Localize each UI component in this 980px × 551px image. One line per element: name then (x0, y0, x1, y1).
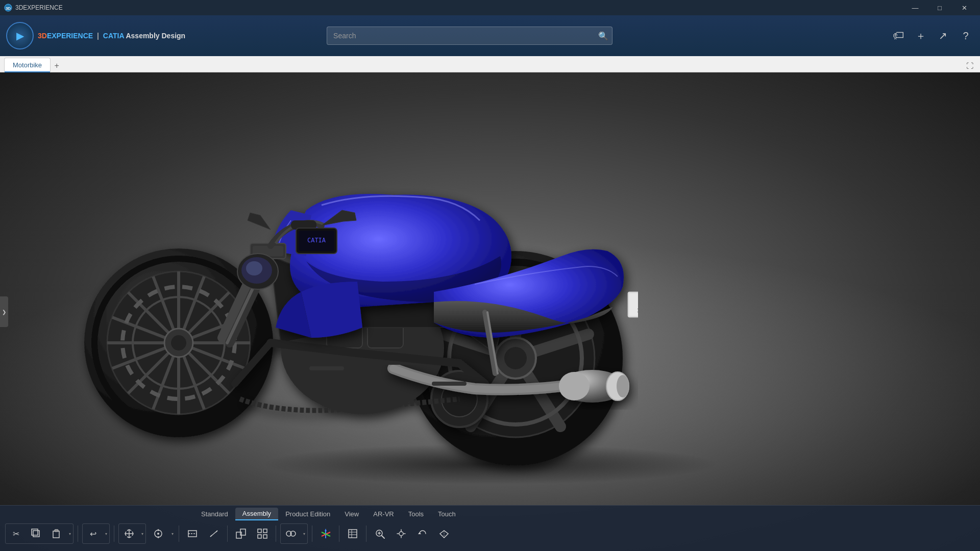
title-bar-left: 3D 3DEXPERIENCE (4, 4, 63, 12)
svg-point-63 (157, 533, 159, 535)
svg-text:3D: 3D (6, 6, 11, 11)
add-button[interactable]: ＋ (913, 28, 929, 44)
separator-1 (78, 525, 78, 542)
tab-tools[interactable]: Tools (401, 508, 431, 520)
3d-viewport[interactable]: CATIA CATIA 3DX-001 ❯ (0, 72, 980, 551)
rotate-button[interactable] (412, 524, 433, 543)
tab-view[interactable]: View (337, 508, 366, 520)
brand-catia: CATIA (103, 32, 124, 40)
help-button[interactable]: ? (958, 28, 974, 44)
compass-logo[interactable] (6, 22, 34, 49)
svg-point-48 (246, 261, 262, 276)
constraint-button[interactable] (281, 524, 301, 543)
constraint-dropdown[interactable]: ▾ (301, 524, 307, 543)
undo-button[interactable]: ↩ (83, 524, 103, 543)
undo-dropdown[interactable]: ▾ (103, 524, 109, 543)
tab-standard[interactable]: Standard (194, 508, 235, 520)
svg-text:3DX-001: 3DX-001 (637, 309, 638, 313)
svg-rect-58 (33, 531, 39, 537)
tab-product-edition[interactable]: Product Edition (278, 508, 337, 520)
bom-button[interactable] (342, 524, 363, 543)
paste-button[interactable] (46, 524, 67, 543)
tab-label: Motorbike (13, 61, 42, 69)
brand-separator: | (97, 32, 101, 40)
tab-ar-vr[interactable]: AR-VR (366, 508, 401, 520)
motorcycle-model: CATIA CATIA 3DX-001 (77, 98, 638, 481)
title-bar-text: 3DEXPERIENCE (15, 4, 63, 11)
snap-button[interactable] (148, 524, 168, 543)
component-button[interactable] (231, 524, 251, 543)
move-group: ▾ (118, 523, 146, 544)
toolbar-tabs: Standard Assembly Product Edition View A… (0, 506, 980, 520)
main-viewport: CATIA CATIA 3DX-001 ❯ Standard (0, 72, 980, 551)
brand-experience: EXPERIENCE (47, 32, 93, 40)
svg-rect-73 (263, 535, 267, 538)
copy-button[interactable] (26, 524, 46, 543)
fullscreen-button[interactable]: ⛶ (964, 60, 976, 72)
pattern-button[interactable] (252, 524, 273, 543)
svg-marker-89 (418, 532, 421, 534)
svg-rect-71 (263, 529, 267, 533)
toolbar-icons: ✂ ▾ ↩ ▾ ▾ (0, 520, 980, 547)
minimize-button[interactable]: — (903, 0, 927, 15)
svg-rect-80 (349, 530, 357, 538)
svg-point-40 (559, 372, 590, 400)
tab-touch[interactable]: Touch (431, 508, 463, 520)
tab-bar: Motorbike + ⛶ (0, 56, 980, 72)
paste-dropdown[interactable]: ▾ (67, 524, 73, 543)
tab-add-button[interactable]: + (51, 60, 63, 72)
app-logo-icon: 3D (4, 4, 12, 12)
header-right: 🏷 ＋ ↗ ? (890, 28, 974, 44)
separator-3 (179, 525, 179, 542)
separator-5 (276, 525, 276, 542)
maximize-button[interactable]: □ (928, 0, 951, 15)
svg-rect-61 (55, 530, 58, 532)
close-button[interactable]: ✕ (952, 0, 976, 15)
svg-rect-70 (258, 529, 261, 533)
separator-8 (366, 525, 366, 542)
title-bar-controls: — □ ✕ (903, 0, 976, 15)
svg-point-42 (617, 375, 629, 397)
share-button[interactable]: ↗ (935, 28, 951, 44)
undo-group: ↩ ▾ (82, 523, 110, 544)
title-bar: 3D 3DEXPERIENCE — □ ✕ (0, 0, 980, 15)
svg-rect-60 (53, 531, 59, 538)
tag-button[interactable]: 🏷 (890, 28, 906, 44)
svg-point-27 (504, 347, 527, 369)
search-icon[interactable]: 🔍 (598, 31, 608, 41)
app-brand: 3DEXPERIENCE | CATIA Assembly Design (38, 32, 185, 40)
svg-rect-72 (258, 535, 261, 538)
svg-point-14 (171, 335, 186, 350)
app-logo: 3DEXPERIENCE | CATIA Assembly Design (6, 22, 185, 49)
separator-2 (114, 525, 114, 542)
measure-button[interactable] (204, 524, 224, 543)
left-panel-toggle[interactable]: ❯ (0, 296, 8, 327)
brand-3d: 3D (38, 32, 47, 40)
snap-dropdown[interactable]: ▾ (169, 524, 176, 543)
cut-button[interactable]: ✂ (6, 524, 26, 543)
edit-tools-group: ✂ ▾ (5, 523, 74, 544)
header: 3DEXPERIENCE | CATIA Assembly Design 🔍 🏷… (0, 15, 980, 56)
fly-button[interactable] (434, 524, 454, 543)
svg-rect-59 (32, 529, 38, 535)
bottom-toolbar: Standard Assembly Product Edition View A… (0, 505, 980, 551)
svg-line-85 (382, 536, 384, 538)
search-input[interactable] (327, 27, 612, 45)
tab-motorbike[interactable]: Motorbike (4, 58, 51, 72)
zoom-button[interactable] (370, 524, 390, 543)
constraint-group: ▾ (280, 523, 308, 544)
move-button[interactable] (119, 524, 139, 543)
tab-assembly[interactable]: Assembly (235, 508, 278, 520)
axis-button[interactable] (315, 524, 336, 543)
separator-7 (339, 525, 339, 542)
pan-button[interactable] (391, 524, 411, 543)
section-button[interactable] (182, 524, 203, 543)
separator-4 (227, 525, 228, 542)
separator-6 (312, 525, 312, 542)
svg-marker-79 (325, 529, 327, 531)
svg-text:CATIA: CATIA (307, 237, 326, 244)
svg-point-88 (399, 532, 403, 536)
search-bar: 🔍 (327, 27, 612, 45)
move-dropdown[interactable]: ▾ (139, 524, 145, 543)
toggle-arrow: ❯ (2, 309, 6, 315)
